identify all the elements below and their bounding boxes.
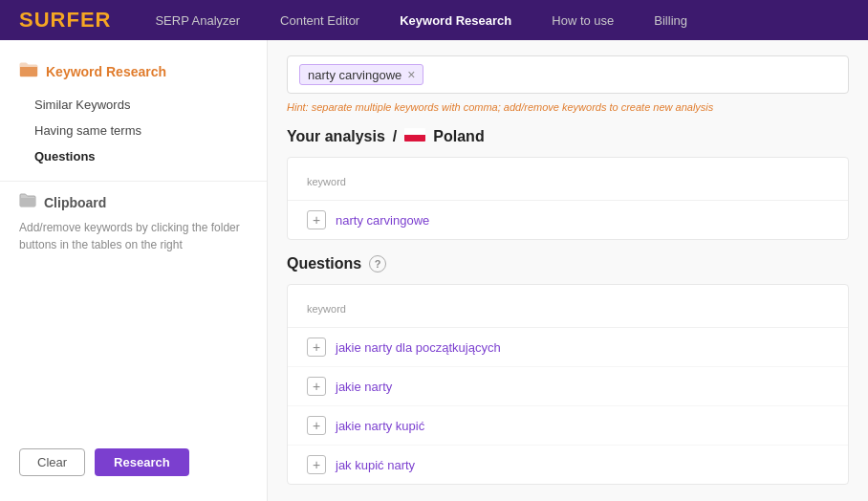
questions-keyword-link-0[interactable]: jakie narty dla początkujących xyxy=(336,340,501,355)
table-row: + jakie narty xyxy=(288,367,848,406)
analysis-title: Your analysis xyxy=(287,128,385,145)
questions-keyword-link-1[interactable]: jakie narty xyxy=(336,380,392,394)
sidebar-keyword-research-title: Keyword Research xyxy=(46,64,166,79)
clipboard-section: Clipboard Add/remove keywords by clickin… xyxy=(0,193,267,269)
questions-card-header: keyword xyxy=(288,285,848,328)
questions-col-label: keyword xyxy=(307,303,346,315)
questions-card: keyword + jakie narty dla początkujących… xyxy=(287,284,849,485)
questions-add-btn-2[interactable]: + xyxy=(307,416,326,435)
research-button[interactable]: Research xyxy=(95,448,189,476)
analysis-card: keyword + narty carvingowe xyxy=(287,157,849,240)
clipboard-header: Clipboard xyxy=(19,193,248,211)
questions-section: Questions ? keyword + jakie narty dla po… xyxy=(287,255,849,485)
topnav: SURFER SERP Analyzer Content Editor Keyw… xyxy=(0,0,868,40)
table-row: + jakie narty kupić xyxy=(288,406,848,446)
sidebar-buttons: Clear Research xyxy=(0,448,267,486)
keyword-input-area[interactable]: narty carvingowe × xyxy=(287,55,849,94)
main-content: narty carvingowe × Hint: separate multip… xyxy=(268,40,868,501)
clipboard-folder-icon xyxy=(19,193,36,211)
keyword-tag: narty carvingowe × xyxy=(299,64,423,85)
nav-billing[interactable]: Billing xyxy=(648,10,693,32)
analysis-keyword-link[interactable]: narty carvingowe xyxy=(336,213,429,228)
questions-keyword-link-2[interactable]: jakie narty kupić xyxy=(336,419,424,433)
analysis-header: Your analysis / Poland xyxy=(287,128,849,145)
clipboard-title: Clipboard xyxy=(44,195,106,210)
questions-header: Questions ? xyxy=(287,255,849,272)
analysis-keyword-row: + narty carvingowe xyxy=(288,201,848,239)
questions-title: Questions xyxy=(287,255,361,272)
questions-add-btn-1[interactable]: + xyxy=(307,377,326,396)
questions-add-btn-3[interactable]: + xyxy=(307,455,326,474)
keyword-tag-text: narty carvingowe xyxy=(308,68,401,82)
sidebar-divider xyxy=(0,181,267,182)
questions-keyword-link-3[interactable]: jak kupić narty xyxy=(336,458,415,472)
clear-button[interactable]: Clear xyxy=(19,448,85,476)
questions-add-btn-0[interactable]: + xyxy=(307,338,326,357)
hint-text: Hint: separate multiple keywords with co… xyxy=(287,101,849,113)
sidebar-kw-research-header: Keyword Research xyxy=(0,55,267,92)
table-row: + jak kupić narty xyxy=(288,446,848,484)
nav-content-editor[interactable]: Content Editor xyxy=(274,10,365,32)
sidebar-item-similar-keywords[interactable]: Similar Keywords xyxy=(0,92,267,118)
sidebar-item-questions[interactable]: Questions xyxy=(0,143,267,169)
analysis-add-btn[interactable]: + xyxy=(307,210,326,229)
nav-how-to-use[interactable]: How to use xyxy=(546,10,619,32)
nav-keyword-research[interactable]: Keyword Research xyxy=(394,10,517,32)
analysis-separator: / xyxy=(393,128,397,145)
sidebar-item-having-same-terms[interactable]: Having same terms xyxy=(0,118,267,143)
sidebar: Keyword Research Similar Keywords Having… xyxy=(0,40,268,501)
table-row: + jakie narty dla początkujących xyxy=(288,328,848,367)
clipboard-hint: Add/remove keywords by clicking the fold… xyxy=(19,219,248,253)
keyword-tag-remove[interactable]: × xyxy=(407,67,415,82)
analysis-col-label: keyword xyxy=(307,176,346,187)
logo: SURFER xyxy=(19,8,111,33)
questions-help-icon[interactable]: ? xyxy=(369,255,386,272)
layout: Keyword Research Similar Keywords Having… xyxy=(0,40,868,501)
folder-icon-orange xyxy=(19,61,38,82)
analysis-country: Poland xyxy=(433,128,484,145)
poland-flag xyxy=(404,128,425,145)
analysis-section: Your analysis / Poland keyword + narty c… xyxy=(287,128,849,240)
analysis-card-header: keyword xyxy=(288,158,848,201)
nav-serp-analyzer[interactable]: SERP Analyzer xyxy=(149,10,246,32)
